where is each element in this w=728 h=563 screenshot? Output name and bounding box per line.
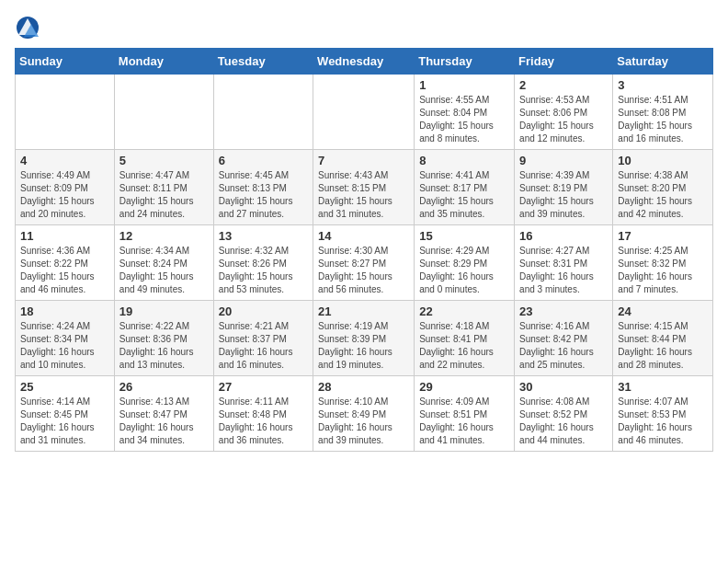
day-number: 15 (419, 229, 509, 243)
day-info: Sunrise: 4:09 AM Sunset: 8:51 PM Dayligh… (419, 396, 509, 447)
day-info: Sunrise: 4:24 AM Sunset: 8:34 PM Dayligh… (20, 320, 109, 372)
calendar-cell: 18Sunrise: 4:24 AM Sunset: 8:34 PM Dayli… (16, 301, 115, 376)
day-info: Sunrise: 4:14 AM Sunset: 8:45 PM Dayligh… (20, 396, 109, 447)
logo (15, 15, 44, 40)
calendar-cell: 13Sunrise: 4:32 AM Sunset: 8:26 PM Dayli… (213, 225, 313, 301)
day-info: Sunrise: 4:08 AM Sunset: 8:52 PM Dayligh… (519, 396, 608, 447)
weekday-header: Sunday (16, 49, 115, 75)
day-info: Sunrise: 4:29 AM Sunset: 8:29 PM Dayligh… (419, 245, 509, 296)
day-info: Sunrise: 4:10 AM Sunset: 8:49 PM Dayligh… (318, 396, 409, 447)
day-info: Sunrise: 4:15 AM Sunset: 8:44 PM Dayligh… (618, 320, 708, 372)
day-info: Sunrise: 4:30 AM Sunset: 8:27 PM Dayligh… (318, 245, 409, 296)
day-number: 27 (219, 380, 308, 394)
day-info: Sunrise: 4:41 AM Sunset: 8:17 PM Dayligh… (419, 169, 509, 221)
calendar-week: 25Sunrise: 4:14 AM Sunset: 8:45 PM Dayli… (16, 376, 713, 452)
day-info: Sunrise: 4:43 AM Sunset: 8:15 PM Dayligh… (318, 169, 409, 221)
calendar-cell (213, 75, 313, 150)
calendar-cell: 27Sunrise: 4:11 AM Sunset: 8:48 PM Dayli… (213, 376, 313, 452)
day-number: 26 (119, 380, 209, 394)
day-number: 16 (519, 229, 608, 243)
day-info: Sunrise: 4:25 AM Sunset: 8:32 PM Dayligh… (618, 245, 708, 296)
day-info: Sunrise: 4:39 AM Sunset: 8:19 PM Dayligh… (519, 169, 608, 221)
day-info: Sunrise: 4:53 AM Sunset: 8:06 PM Dayligh… (519, 94, 608, 145)
calendar-cell: 2Sunrise: 4:53 AM Sunset: 8:06 PM Daylig… (515, 75, 613, 150)
calendar-cell: 21Sunrise: 4:19 AM Sunset: 8:39 PM Dayli… (313, 301, 415, 376)
day-number: 19 (119, 304, 209, 318)
calendar-cell: 4Sunrise: 4:49 AM Sunset: 8:09 PM Daylig… (16, 150, 115, 225)
calendar-cell: 30Sunrise: 4:08 AM Sunset: 8:52 PM Dayli… (515, 376, 613, 452)
day-info: Sunrise: 4:07 AM Sunset: 8:53 PM Dayligh… (618, 396, 708, 447)
calendar-cell: 28Sunrise: 4:10 AM Sunset: 8:49 PM Dayli… (313, 376, 415, 452)
day-info: Sunrise: 4:36 AM Sunset: 8:22 PM Dayligh… (20, 245, 109, 296)
day-number: 21 (318, 304, 409, 318)
day-number: 1 (419, 78, 509, 92)
day-info: Sunrise: 4:55 AM Sunset: 8:04 PM Dayligh… (419, 94, 509, 145)
calendar-cell: 10Sunrise: 4:38 AM Sunset: 8:20 PM Dayli… (613, 150, 713, 225)
weekday-header: Monday (114, 49, 213, 75)
day-info: Sunrise: 4:21 AM Sunset: 8:37 PM Dayligh… (219, 320, 308, 372)
weekday-header: Saturday (613, 49, 713, 75)
calendar-cell: 3Sunrise: 4:51 AM Sunset: 8:08 PM Daylig… (613, 75, 713, 150)
calendar-week: 1Sunrise: 4:55 AM Sunset: 8:04 PM Daylig… (16, 75, 713, 150)
calendar-cell: 17Sunrise: 4:25 AM Sunset: 8:32 PM Dayli… (613, 225, 713, 301)
calendar-cell: 6Sunrise: 4:45 AM Sunset: 8:13 PM Daylig… (213, 150, 313, 225)
calendar-cell: 31Sunrise: 4:07 AM Sunset: 8:53 PM Dayli… (613, 376, 713, 452)
calendar-cell: 22Sunrise: 4:18 AM Sunset: 8:41 PM Dayli… (415, 301, 515, 376)
day-number: 6 (219, 154, 308, 167)
calendar-cell: 26Sunrise: 4:13 AM Sunset: 8:47 PM Dayli… (114, 376, 213, 452)
day-number: 8 (419, 154, 509, 167)
day-info: Sunrise: 4:51 AM Sunset: 8:08 PM Dayligh… (618, 94, 708, 145)
day-number: 2 (519, 78, 608, 92)
day-info: Sunrise: 4:27 AM Sunset: 8:31 PM Dayligh… (519, 245, 608, 296)
day-number: 13 (219, 229, 308, 243)
calendar-header: SundayMondayTuesdayWednesdayThursdayFrid… (16, 49, 713, 75)
day-number: 29 (419, 380, 509, 394)
day-number: 28 (318, 380, 409, 394)
calendar-cell: 1Sunrise: 4:55 AM Sunset: 8:04 PM Daylig… (415, 75, 515, 150)
day-number: 12 (119, 229, 209, 243)
day-number: 25 (20, 380, 109, 394)
calendar-cell (313, 75, 415, 150)
day-info: Sunrise: 4:13 AM Sunset: 8:47 PM Dayligh… (119, 396, 209, 447)
day-number: 20 (219, 304, 308, 318)
day-number: 30 (519, 380, 608, 394)
page-header (15, 15, 713, 40)
calendar-cell: 23Sunrise: 4:16 AM Sunset: 8:42 PM Dayli… (515, 301, 613, 376)
calendar-cell: 11Sunrise: 4:36 AM Sunset: 8:22 PM Dayli… (16, 225, 115, 301)
calendar-cell: 16Sunrise: 4:27 AM Sunset: 8:31 PM Dayli… (515, 225, 613, 301)
calendar: SundayMondayTuesdayWednesdayThursdayFrid… (15, 48, 713, 452)
calendar-cell (16, 75, 115, 150)
day-info: Sunrise: 4:47 AM Sunset: 8:11 PM Dayligh… (119, 169, 209, 221)
weekday-header: Tuesday (213, 49, 313, 75)
day-number: 24 (618, 304, 708, 318)
day-number: 23 (519, 304, 608, 318)
header-row: SundayMondayTuesdayWednesdayThursdayFrid… (16, 49, 713, 75)
weekday-header: Friday (515, 49, 613, 75)
day-info: Sunrise: 4:18 AM Sunset: 8:41 PM Dayligh… (419, 320, 509, 372)
day-info: Sunrise: 4:38 AM Sunset: 8:20 PM Dayligh… (618, 169, 708, 221)
day-number: 31 (618, 380, 708, 394)
calendar-cell: 12Sunrise: 4:34 AM Sunset: 8:24 PM Dayli… (114, 225, 213, 301)
day-info: Sunrise: 4:22 AM Sunset: 8:36 PM Dayligh… (119, 320, 209, 372)
day-info: Sunrise: 4:49 AM Sunset: 8:09 PM Dayligh… (20, 169, 109, 221)
day-number: 5 (119, 154, 209, 167)
day-number: 4 (20, 154, 109, 167)
day-info: Sunrise: 4:16 AM Sunset: 8:42 PM Dayligh… (519, 320, 608, 372)
calendar-cell: 14Sunrise: 4:30 AM Sunset: 8:27 PM Dayli… (313, 225, 415, 301)
day-number: 17 (618, 229, 708, 243)
calendar-cell (114, 75, 213, 150)
day-number: 22 (419, 304, 509, 318)
calendar-week: 18Sunrise: 4:24 AM Sunset: 8:34 PM Dayli… (16, 301, 713, 376)
calendar-body: 1Sunrise: 4:55 AM Sunset: 8:04 PM Daylig… (16, 75, 713, 452)
calendar-week: 4Sunrise: 4:49 AM Sunset: 8:09 PM Daylig… (16, 150, 713, 225)
day-info: Sunrise: 4:34 AM Sunset: 8:24 PM Dayligh… (119, 245, 209, 296)
weekday-header: Wednesday (313, 49, 415, 75)
calendar-cell: 20Sunrise: 4:21 AM Sunset: 8:37 PM Dayli… (213, 301, 313, 376)
calendar-cell: 8Sunrise: 4:41 AM Sunset: 8:17 PM Daylig… (415, 150, 515, 225)
day-number: 18 (20, 304, 109, 318)
weekday-header: Thursday (415, 49, 515, 75)
calendar-week: 11Sunrise: 4:36 AM Sunset: 8:22 PM Dayli… (16, 225, 713, 301)
calendar-cell: 25Sunrise: 4:14 AM Sunset: 8:45 PM Dayli… (16, 376, 115, 452)
day-number: 14 (318, 229, 409, 243)
day-number: 11 (20, 229, 109, 243)
